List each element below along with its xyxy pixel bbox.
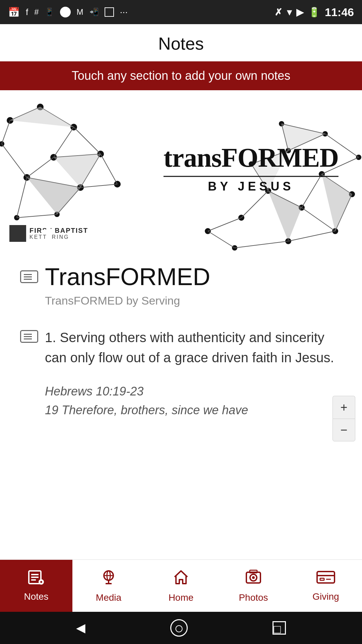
nav-item-photos[interactable]: Photos [217,560,290,612]
notes-nav-label: Notes [24,591,48,602]
content-section-1[interactable]: 1. Serving others with authenticity and … [20,327,342,368]
svg-line-14 [27,157,54,177]
hero-subtitle: BY JESUS [164,179,339,194]
hashtag-icon: # [34,7,39,17]
church-cross-icon [9,225,88,242]
back-button[interactable]: ◀ [76,621,85,635]
church-logo: FIRST BAPTIST KETTERING [9,225,88,242]
status-icons-right: ✗ ▾ ▶ 🔋 11:46 [275,6,354,19]
svg-line-19 [2,144,27,177]
svg-line-13 [54,127,74,157]
svg-line-17 [74,127,101,154]
instruction-banner[interactable]: Touch any section to add your own notes [0,61,362,90]
zoom-in-button[interactable]: + [333,396,355,419]
svg-line-20 [17,177,27,218]
home-nav-icon [173,569,189,589]
svg-line-24 [101,154,117,184]
series-subtitle: TransFORMED by Serving [45,294,342,307]
svg-marker-60 [268,191,302,241]
svg-line-18 [2,120,10,144]
content-area: TransFORMED TransFORMED by Serving 1. Se… [0,251,362,419]
banner-text: Touch any section to add your own notes [72,69,290,83]
svg-rect-84 [320,578,324,580]
notes-nav-icon [28,570,45,588]
svg-line-21 [17,214,57,218]
app-header: Notes [0,24,362,61]
hero-underline [164,176,339,177]
status-icons-left: 📅 f # 📱 M 📲 ··· [8,7,128,18]
battery-icon: 🔋 [308,7,320,18]
content-notes-icon [20,330,38,343]
square-icon [105,7,114,17]
svg-line-59 [302,208,335,231]
nav-item-notes[interactable]: Notes [0,560,72,612]
gmail-icon: M [77,7,83,17]
content-body-1: Serving others with authenticity and sin… [45,330,334,365]
hero-image[interactable]: transFORMED BY JESUS FIRST BAPTIST KETTE… [0,90,362,251]
svg-marker-28 [54,154,101,187]
content-text-1: 1. Serving others with authenticity and … [45,327,342,368]
verse-text: 19 Therefore, brothers, since we have [45,401,342,419]
svg-marker-27 [27,177,80,214]
facebook-icon: f [26,7,28,17]
church-logo-icon [9,225,26,242]
photos-nav-label: Photos [239,592,268,603]
svg-line-49 [288,231,335,241]
svg-line-50 [235,241,288,248]
bible-verse-section[interactable]: Hebrews 10:19-23 19 Therefore, brothers,… [45,384,342,419]
svg-marker-26 [10,107,74,127]
status-time: 11:46 [325,6,354,19]
svg-rect-82 [317,572,335,583]
zoom-out-button[interactable]: − [333,419,355,441]
dots-icon: ··· [120,7,128,17]
svg-line-51 [208,231,235,248]
phone2-icon: 📲 [89,8,99,16]
hero-title: transFORMED [164,143,339,173]
signal-icon: ▶ [296,7,304,18]
photos-nav-icon [245,569,262,589]
hero-logo: transFORMED BY JESUS [164,143,339,194]
phone-icon: 📱 [45,8,54,16]
svg-rect-65 [42,230,55,233]
svg-line-23 [80,184,117,187]
wifi-icon: ▾ [287,7,292,18]
page-title: Notes [158,34,204,53]
hero-title-bold: FORMED [222,143,339,172]
svg-line-44 [241,191,268,218]
giving-nav-icon [316,570,336,588]
giving-nav-label: Giving [312,591,339,602]
media-nav-icon [100,569,117,589]
nav-item-media[interactable]: Media [72,560,145,612]
status-bar: 📅 f # 📱 M 📲 ··· ✗ ▾ ▶ 🔋 11:46 [0,0,362,24]
svg-line-43 [208,218,241,231]
home-button[interactable]: ○ [170,619,188,637]
svg-point-80 [252,576,255,579]
nav-item-giving[interactable]: Giving [290,560,362,612]
recents-button[interactable]: □ [273,621,286,635]
circle-icon [60,7,71,17]
verse-reference: Hebrews 10:19-23 [45,384,342,398]
content-number-1: 1. [45,330,60,345]
series-title: TransFORMED [45,265,210,289]
series-header[interactable]: TransFORMED [20,265,342,289]
bottom-navigation: Notes Media Home [0,559,362,612]
media-nav-label: Media [96,592,121,603]
bluetooth-icon: ✗ [275,7,282,18]
system-navigation: ◀ ○ □ [0,612,362,644]
series-notes-icon [20,270,38,283]
zoom-controls: + − [333,396,355,441]
hero-title-pre: trans [164,143,222,172]
calendar-icon: 📅 [8,7,20,18]
nav-item-home[interactable]: Home [145,560,217,612]
home-nav-label: Home [169,592,194,603]
